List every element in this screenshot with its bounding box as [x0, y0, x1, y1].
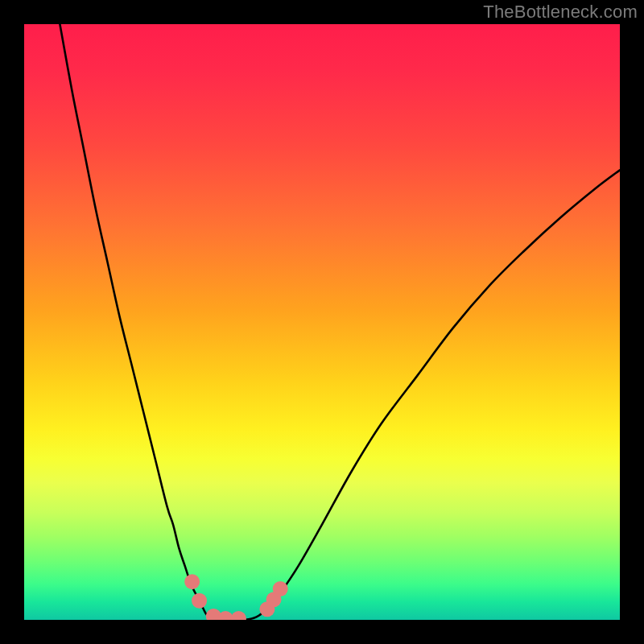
marker-point — [218, 611, 233, 620]
chart-frame: TheBottleneck.com — [0, 0, 644, 644]
plot-area — [24, 24, 620, 620]
curve-layer — [24, 24, 620, 620]
watermark-text: TheBottleneck.com — [483, 2, 638, 23]
marker-point — [184, 574, 200, 589]
marker-point — [192, 593, 207, 609]
marker-points — [184, 574, 288, 620]
marker-point — [273, 581, 288, 597]
bottleneck-curve — [60, 24, 620, 620]
marker-point — [231, 611, 246, 620]
bottleneck-curve-path — [60, 24, 620, 620]
